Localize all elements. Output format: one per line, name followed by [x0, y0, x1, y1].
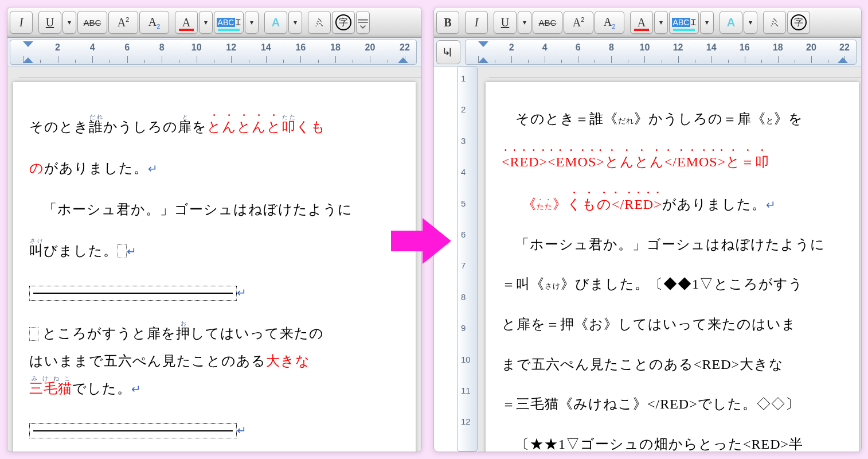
right-indent-marker[interactable] [838, 57, 848, 63]
underline-menu-button[interactable]: ▾ [62, 11, 76, 34]
outline-menu-button[interactable]: ▾ [288, 11, 302, 34]
text-run: 》びました。〔◆◆1▽ところがすう [561, 277, 803, 291]
font-color-button[interactable]: A [630, 11, 653, 34]
toolbar-overflow-button[interactable] [356, 11, 370, 34]
pane-before: I U ▾ ABC A2 A2 A ▾ ABCᏆ ▾ A ▾ A 字 [7, 7, 422, 452]
paragraph-mark: ↵ [127, 245, 137, 258]
vruler-number: 10 [461, 354, 471, 364]
paragraph-mark: ↵ [148, 162, 158, 175]
vruler-number: 1 [461, 73, 466, 83]
toolbar-right: B I U ▾ ABC A2 A2 A ▾ ABCᏆ ▾ A ▾ A 字 [434, 7, 861, 38]
ruler-scale[interactable]: 246810121416182022 [10, 40, 417, 65]
ruby-dare: 誰だれ [89, 119, 103, 134]
text-run: でした。◇◇〕 [698, 396, 800, 411]
vruler-number: 11 [461, 386, 471, 395]
enclosed-char-button[interactable]: 字 [787, 11, 810, 34]
ruler-number: 22 [400, 42, 410, 53]
toolbar-left: I U ▾ ABC A2 A2 A ▾ ABCᏆ ▾ A ▾ A 字 [7, 7, 421, 38]
paper-area-left: そのとき誰だれかうしろの扉とをとんとんと叩たたくも のがありました。↵ 「ホーシ… [7, 67, 421, 452]
text-run: 「ホーシュ君か。」ゴーシュはねぼけたように [43, 202, 353, 217]
italic-button[interactable]: I [465, 11, 488, 34]
paper-right[interactable]: そのとき＝誰《だれ》かうしろの＝扉《と》を <RED><EMOS>とんとん</E… [486, 82, 859, 452]
chevron-down-icon [357, 16, 369, 29]
ruler-number: 6 [124, 42, 130, 53]
vruler-number: 4 [461, 167, 466, 177]
paper-area-right: そのとき＝誰《だれ》かうしろの＝扉《と》を <RED><EMOS>とんとん</E… [478, 67, 861, 452]
image-placeholder-frame[interactable] [29, 423, 237, 438]
page-boundary [489, 77, 861, 78]
highlight-menu-button[interactable]: ▾ [245, 11, 259, 34]
text-red: 《 [522, 197, 537, 212]
text-run: 「ホーシュ君か。」ゴーシュはねぼけたように [515, 237, 825, 252]
arrow-transformation-icon [391, 218, 451, 264]
ruby-sake: 叫さけ [29, 243, 44, 258]
highlight-menu-button[interactable]: ▾ [700, 11, 714, 34]
italic-button[interactable]: I [10, 11, 33, 34]
ruler-number: 14 [261, 42, 271, 53]
text-run: びました。 [44, 243, 118, 258]
ruler-vertical[interactable]: 123456789101112 [457, 66, 478, 452]
ruler-number: 20 [806, 42, 816, 53]
font-color-menu-button[interactable]: ▾ [654, 11, 668, 34]
ruler-horizontal-left: 246810121416182022 [7, 38, 421, 67]
underline-button[interactable]: U [38, 11, 61, 34]
paragraph-mark: ↵ [766, 199, 776, 211]
vruler-number: 3 [461, 135, 466, 145]
text-run: ＝三毛猫《みけねこ》</RED> [502, 396, 698, 411]
ruler-scale[interactable]: 246810121416182022 [465, 40, 857, 65]
vruler-number: 8 [461, 291, 466, 301]
text-run: かうしろの [103, 119, 178, 134]
text-run: はいままで五六ぺん見たことのある [29, 353, 266, 368]
subscript-button[interactable]: A2 [139, 11, 169, 34]
highlight-button[interactable]: ABCᏆ [669, 11, 699, 34]
strikethrough-button[interactable]: ABC [77, 11, 107, 34]
emphasis-red: とんとんと [207, 119, 281, 134]
outline-menu-button[interactable]: ▾ [744, 11, 757, 34]
paper-left[interactable]: そのとき誰だれかうしろの扉とをとんとんと叩たたくも のがありました。↵ 「ホーシ… [13, 82, 416, 452]
font-color-menu-button[interactable]: ▾ [199, 11, 213, 34]
text-run: そのとき＝誰《 [515, 111, 618, 126]
right-indent-marker[interactable] [398, 57, 408, 63]
vruler-number: 7 [461, 260, 466, 270]
text-outline-button[interactable]: A [720, 11, 742, 34]
first-line-indent-marker[interactable] [23, 41, 33, 47]
text-effect-button[interactable]: A [763, 11, 786, 34]
enclosed-char-button[interactable]: 字 [332, 11, 355, 34]
text-run: がありました。 [662, 197, 766, 212]
paragraph-mark: ↵ [237, 424, 247, 437]
tab-stop-icon [443, 46, 454, 58]
ruler-number: 2 [55, 42, 60, 53]
ruler-number: 2 [509, 42, 514, 53]
strikethrough-button[interactable]: ABC [533, 11, 562, 34]
vruler-number: 12 [461, 417, 471, 426]
ruby-tata: 叩たた [281, 119, 296, 134]
ruler-number: 10 [640, 42, 650, 53]
bold-button[interactable]: B [436, 11, 459, 34]
hanging-indent-marker[interactable] [23, 57, 33, 63]
text-run: してはいって来たの [190, 326, 324, 341]
text-outline-button[interactable]: A [264, 11, 287, 34]
underline-button[interactable]: U [494, 11, 517, 34]
tab-stop-button[interactable] [436, 40, 460, 64]
image-placeholder-frame[interactable] [29, 286, 237, 301]
underline-menu-button[interactable]: ▾ [518, 11, 531, 34]
subscript-button[interactable]: A2 [595, 11, 624, 34]
page-boundary [19, 77, 421, 78]
text-red-emph: 》くもの</RED> [553, 197, 662, 212]
paragraph-mark: ↵ [131, 383, 142, 395]
text-effect-button[interactable]: A [308, 11, 331, 34]
superscript-button[interactable]: A2 [108, 11, 138, 34]
ruler-horizontal-right: 246810121416182022 [434, 38, 861, 67]
superscript-button[interactable]: A2 [564, 11, 593, 34]
text-run: <RED>半 [743, 437, 803, 452]
first-line-indent-marker[interactable] [478, 41, 488, 47]
pane-after: B I U ▾ ABC A2 A2 A ▾ ABCᏆ ▾ A ▾ A 字 [433, 7, 862, 452]
ruler-number: 18 [773, 42, 783, 53]
text-run: まで五六ぺん見たことのある [502, 357, 694, 372]
font-color-button[interactable]: A [175, 11, 198, 34]
highlight-button[interactable]: ABCᏆ [214, 11, 244, 34]
ruler-number: 20 [365, 42, 376, 53]
ruler-number: 6 [576, 42, 581, 53]
hanging-indent-marker[interactable] [478, 57, 488, 63]
ruler-number: 10 [191, 42, 202, 53]
